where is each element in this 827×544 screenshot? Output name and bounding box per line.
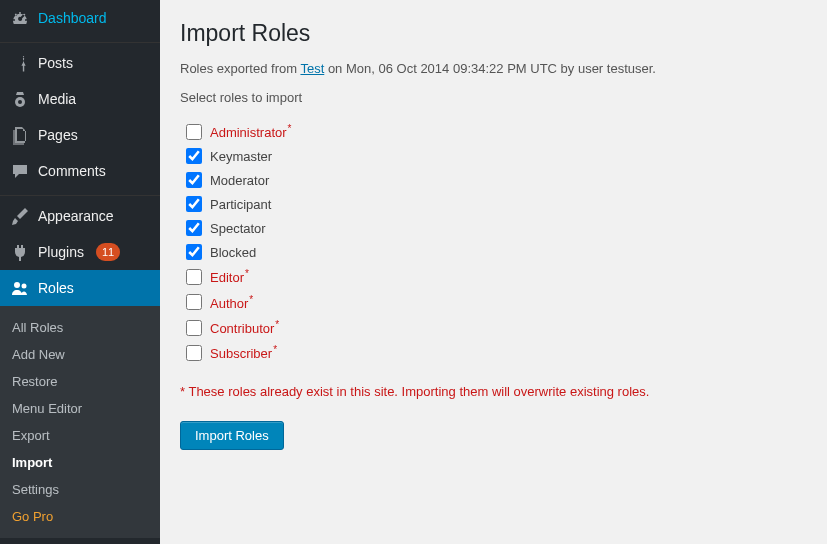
dashboard-icon: [10, 8, 30, 28]
page-title: Import Roles: [180, 20, 807, 47]
media-icon: [10, 89, 30, 109]
sidebar-item-dashboard[interactable]: Dashboard: [0, 0, 160, 36]
submenu-item-add-new[interactable]: Add New: [0, 341, 160, 368]
page-icon: [10, 125, 30, 145]
svg-point-2: [14, 282, 20, 288]
admin-sidebar: Dashboard Posts Media Pages Comments App…: [0, 0, 160, 544]
menu-label: Roles: [38, 280, 74, 296]
sidebar-item-pages[interactable]: Pages: [0, 117, 160, 153]
role-checkbox[interactable]: [186, 294, 202, 310]
plugins-badge: 11: [96, 243, 120, 261]
menu-label: Plugins: [38, 244, 84, 260]
submenu-item-export[interactable]: Export: [0, 422, 160, 449]
sidebar-item-comments[interactable]: Comments: [0, 153, 160, 189]
comment-icon: [10, 161, 30, 181]
submenu-item-import[interactable]: Import: [0, 449, 160, 476]
submenu-item-menu-editor[interactable]: Menu Editor: [0, 395, 160, 422]
exists-asterisk: *: [249, 294, 253, 305]
role-row: Administrator*: [186, 119, 807, 144]
source-site-link[interactable]: Test: [300, 61, 324, 76]
main-content: Import Roles Roles exported from Test on…: [160, 0, 827, 544]
menu-separator: [0, 191, 160, 196]
role-row: Moderator: [186, 168, 807, 192]
menu-label: Media: [38, 91, 76, 107]
role-row: Keymaster: [186, 144, 807, 168]
role-row: Subscriber*: [186, 340, 807, 365]
role-checkbox[interactable]: [186, 345, 202, 361]
menu-label: Appearance: [38, 208, 114, 224]
instruction-text: Select roles to import: [180, 90, 807, 105]
role-row: Spectator: [186, 216, 807, 240]
role-label[interactable]: Administrator*: [210, 123, 291, 140]
exists-asterisk: *: [245, 268, 249, 279]
pin-icon: [10, 53, 30, 73]
plugin-icon: [10, 242, 30, 262]
role-row: Contributor*: [186, 315, 807, 340]
menu-label: Pages: [38, 127, 78, 143]
role-checkbox[interactable]: [186, 172, 202, 188]
role-checkbox[interactable]: [186, 269, 202, 285]
role-checkbox[interactable]: [186, 148, 202, 164]
menu-label: Comments: [38, 163, 106, 179]
brush-icon: [10, 206, 30, 226]
exists-asterisk: *: [275, 319, 279, 330]
import-roles-button[interactable]: Import Roles: [180, 421, 284, 450]
submenu-item-go-pro[interactable]: Go Pro: [0, 503, 160, 530]
role-row: Author*: [186, 290, 807, 315]
role-list: Administrator*KeymasterModeratorParticip…: [186, 119, 807, 366]
sidebar-item-plugins[interactable]: Plugins 11: [0, 234, 160, 270]
role-label[interactable]: Author*: [210, 294, 253, 311]
role-checkbox[interactable]: [186, 196, 202, 212]
sidebar-item-roles[interactable]: Roles: [0, 270, 160, 306]
role-label[interactable]: Blocked: [210, 245, 256, 260]
role-label[interactable]: Spectator: [210, 221, 266, 236]
role-checkbox[interactable]: [186, 244, 202, 260]
role-row: Editor*: [186, 264, 807, 289]
sidebar-item-appearance[interactable]: Appearance: [0, 198, 160, 234]
svg-point-3: [22, 284, 27, 289]
role-checkbox[interactable]: [186, 320, 202, 336]
sidebar-item-posts[interactable]: Posts: [0, 45, 160, 81]
meta-suffix: on Mon, 06 Oct 2014 09:34:22 PM UTC by u…: [324, 61, 656, 76]
role-label[interactable]: Keymaster: [210, 149, 272, 164]
exists-asterisk: *: [288, 123, 292, 134]
role-label[interactable]: Editor*: [210, 268, 249, 285]
users-icon: [10, 278, 30, 298]
role-checkbox[interactable]: [186, 124, 202, 140]
submenu-item-settings[interactable]: Settings: [0, 476, 160, 503]
role-label[interactable]: Subscriber*: [210, 344, 277, 361]
submenu-item-restore[interactable]: Restore: [0, 368, 160, 395]
menu-label: Posts: [38, 55, 73, 71]
export-meta: Roles exported from Test on Mon, 06 Oct …: [180, 61, 807, 76]
svg-point-1: [18, 100, 22, 104]
menu-label: Dashboard: [38, 10, 107, 26]
sidebar-submenu: All Roles Add New Restore Menu Editor Ex…: [0, 306, 160, 538]
sidebar-item-media[interactable]: Media: [0, 81, 160, 117]
role-label[interactable]: Participant: [210, 197, 271, 212]
role-checkbox[interactable]: [186, 220, 202, 236]
exists-asterisk: *: [273, 344, 277, 355]
role-row: Blocked: [186, 240, 807, 264]
role-row: Participant: [186, 192, 807, 216]
role-label[interactable]: Contributor*: [210, 319, 279, 336]
menu-separator: [0, 38, 160, 43]
meta-prefix: Roles exported from: [180, 61, 300, 76]
submenu-item-all-roles[interactable]: All Roles: [0, 314, 160, 341]
overwrite-warning: * These roles already exist in this site…: [180, 384, 807, 399]
role-label[interactable]: Moderator: [210, 173, 269, 188]
